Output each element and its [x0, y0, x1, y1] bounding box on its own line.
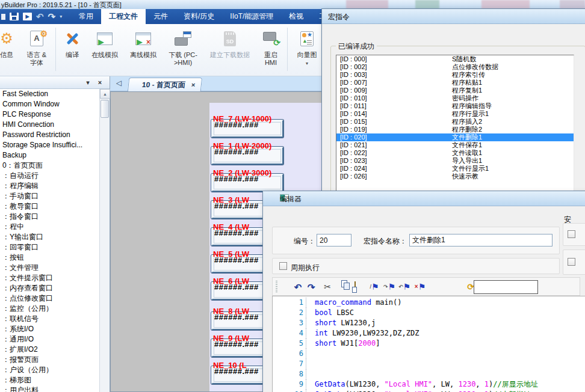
macro-list-row[interactable]: [ID : 014]程序行显示1 [336, 110, 574, 118]
tree-item[interactable]: ：文件提示窗口 [0, 273, 100, 283]
titlebar-glass-reflection [346, 0, 388, 9]
ribbon-tab[interactable]: 常用 [71, 9, 101, 24]
export-icon[interactable]: ▶ [23, 13, 32, 20]
macro-list-row[interactable]: [ID : 022]文件读取1 [336, 149, 574, 157]
bookmark-prev-icon[interactable]: ↶⚑ [398, 280, 411, 293]
tree-item[interactable]: ：文件管理 [0, 263, 100, 273]
tree-item[interactable]: Fast Selection [0, 89, 100, 99]
tree-item[interactable]: ：系统I/O [0, 324, 100, 334]
macro-list-row[interactable]: [ID : 003]程序索引传 [336, 71, 574, 79]
macro-list-row[interactable]: [ID : 015]程序插入2 [336, 118, 574, 126]
macro-list-row[interactable]: [ID : 007]程序粘贴1 [336, 79, 574, 87]
compile-button[interactable]: 编译 [58, 24, 86, 59]
chevron-down-icon[interactable]: ▾ [306, 60, 308, 67]
macro-number-input[interactable] [317, 234, 351, 247]
tree-item[interactable]: 0：首页页面 [0, 161, 100, 171]
tree-item[interactable]: ：点位修改窗口 [0, 293, 100, 304]
tree-item[interactable]: ：教导窗口 [0, 201, 100, 212]
save-icon[interactable] [10, 13, 19, 20]
ribbon-tab[interactable]: IIoT/能源管理 [222, 9, 281, 24]
macro-list[interactable]: [ID : 000]S随机数[ID : 002]点位修改传数据[ID : 003… [336, 55, 574, 197]
online-simulation-button[interactable]: ▶ 在线模拟 [86, 24, 123, 59]
periodic-checkbox[interactable] [279, 262, 287, 270]
bookmark-next-icon[interactable]: ↷⚑ [383, 280, 396, 293]
ribbon-tab[interactable]: 工程文件 [101, 9, 146, 24]
macro-dialog-titlebar[interactable]: 宏指令 [322, 9, 585, 24]
bookmark-clear-icon[interactable]: ×⚑ [413, 280, 427, 293]
macro-list-row[interactable]: [ID : 009]程序复制1 [336, 87, 574, 94]
tree-item[interactable]: ：回零窗口 [0, 242, 100, 253]
macro-list-row[interactable]: [ID : 024]文件行显示1 [336, 165, 574, 173]
tree-item[interactable]: ：通用I/O [0, 334, 100, 345]
tree-item[interactable]: HMI Connection [0, 120, 100, 130]
tree-item[interactable]: ：指令窗口 [0, 212, 100, 222]
id-name-panel: 编号： 宏指令名称： [272, 227, 560, 254]
tree-item[interactable]: Storage Space Insuffici... [0, 140, 100, 150]
tree-item[interactable]: ：户设（公用） [0, 365, 100, 375]
toolbar-grip[interactable] [276, 281, 277, 293]
restart-hmi-button[interactable]: ⟳ 重启 HMI [257, 24, 285, 67]
tab-close-icon[interactable]: × [191, 81, 196, 88]
window-title: yBuilder Pro : 2019.5.21 - [10 - 首页页面] [1, 1, 122, 9]
scrollbar-thumb[interactable] [101, 100, 109, 118]
macro-list-row[interactable]: [ID : 011]程序编辑指导 [336, 102, 574, 110]
ribbon-tab[interactable]: 检视 [281, 9, 311, 24]
security-checkbox-1[interactable] [568, 230, 575, 238]
indent-icon[interactable] [448, 280, 461, 293]
tree-item[interactable]: Backup [0, 150, 100, 161]
macro-list-row[interactable]: [ID : 002]点位修改传数据 [336, 63, 574, 71]
tree-item[interactable]: ：梯形图 [0, 375, 100, 385]
download-button[interactable]: 下载 (PC- >HMI) [163, 24, 203, 67]
code-editor[interactable]: 1macro_command main()2bool LBSC3short LW… [272, 296, 585, 392]
tab-scroll-left-icon[interactable]: ◁ [116, 79, 122, 87]
macro-list-row[interactable]: [ID : 000]S随机数 [336, 55, 574, 63]
tree-item[interactable]: PLC Response [0, 109, 100, 120]
offline-simulation-button[interactable]: ▶× 离线模拟 [123, 24, 163, 59]
tree-scrollbar[interactable]: ▲ [99, 89, 110, 392]
tree-item[interactable]: ：程序编辑 [0, 181, 100, 191]
paste-icon[interactable] [348, 280, 362, 293]
tree-item[interactable]: ：报警页面 [0, 355, 100, 365]
macro-list-row[interactable]: [ID : 021]文件保存1 [336, 141, 574, 149]
macro-list-row[interactable]: [ID : 023]导入导出1 [336, 157, 574, 165]
tree-item[interactable]: ：程中 [0, 222, 100, 232]
search-input[interactable] [474, 280, 538, 294]
security-checkbox-2[interactable] [568, 258, 575, 266]
tree-item[interactable]: Password Restriction [0, 130, 100, 140]
undo-icon[interactable]: ↶ [36, 10, 44, 23]
copy-icon[interactable] [335, 280, 348, 293]
cut-icon[interactable]: ✂ [321, 280, 334, 293]
scrollbar-up-icon[interactable]: ▲ [100, 89, 110, 99]
bookmark-add-icon[interactable]: /⚑ [368, 280, 381, 293]
panel-close-icon[interactable]: × [95, 78, 105, 87]
tree-item[interactable]: ：手动窗口 [0, 191, 100, 201]
tree-item[interactable]: ：内存查看窗口 [0, 283, 100, 293]
macro-list-row[interactable]: [ID : 010]密码操作 [336, 94, 574, 102]
redo-icon[interactable]: ↷ [48, 10, 56, 23]
offline-simulation-icon: ▶× [135, 32, 151, 45]
customize-quick-access-icon[interactable]: ▾ [60, 14, 62, 19]
tree-item[interactable]: ：联机信号 [0, 314, 100, 324]
macro-list-row[interactable]: [ID : 020]文件删除1 [336, 133, 574, 141]
editor-dialog-titlebar[interactable]: 编辑器 [263, 191, 585, 206]
vector-graphics-button[interactable]: ★▲ 向量图 ▾ [290, 24, 324, 67]
tree-item[interactable]: ：Y输出窗口 [0, 232, 100, 242]
info-button[interactable]: ⚙ 信息 [0, 24, 20, 59]
outdent-icon[interactable] [433, 280, 446, 293]
ribbon-tab[interactable]: 元件 [146, 9, 176, 24]
tree-item[interactable]: ：监控（公用） [0, 304, 100, 314]
redo-icon[interactable]: ↷ [305, 280, 318, 293]
tab-home-page[interactable]: 10 - 首页页面× [128, 78, 203, 91]
macro-list-row[interactable]: [ID : 019]程序删除2 [336, 126, 574, 133]
macro-list-row[interactable]: [ID : 026]快速示教 [336, 173, 574, 180]
tree-item[interactable]: ：自动运行 [0, 171, 100, 181]
language-font-button[interactable]: A⚙ 语言 & 字体 [20, 24, 53, 67]
tree-item[interactable]: ：用户出料 [0, 385, 100, 392]
undo-icon[interactable]: ↶ [291, 280, 305, 293]
panel-menu-icon[interactable]: ▾ [83, 78, 93, 87]
tree-item[interactable]: ：扩展I/O2 [0, 345, 100, 355]
macro-name-input[interactable] [409, 234, 552, 247]
tree-item[interactable]: Common Window [0, 99, 100, 109]
tree-item[interactable]: ：按钮 [0, 253, 100, 263]
ribbon-tab[interactable]: 资料/历史 [176, 9, 222, 24]
